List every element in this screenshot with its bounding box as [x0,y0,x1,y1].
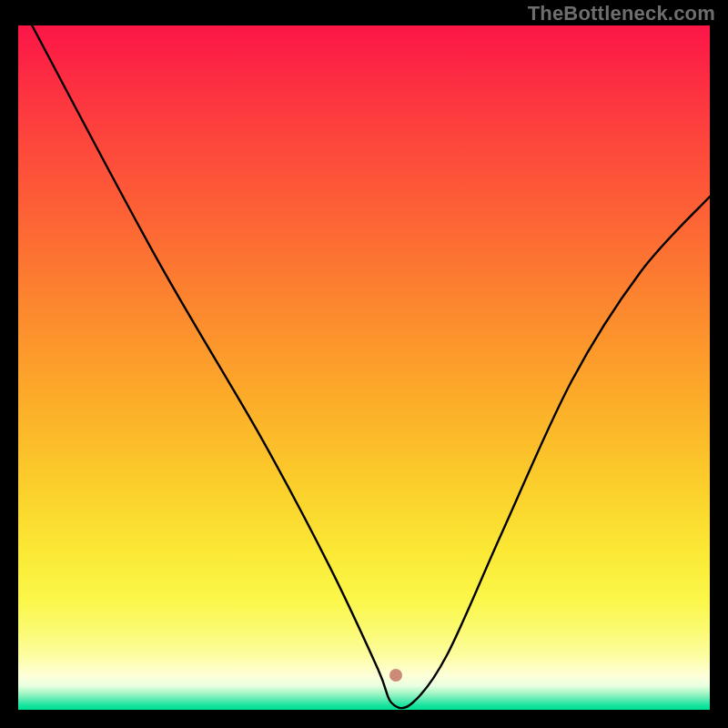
bottleneck-curve [32,25,710,708]
curve-svg [18,25,710,710]
plot-area [18,25,710,710]
min-marker [389,669,402,682]
chart-frame: TheBottleneck.com [0,0,728,728]
watermark: TheBottleneck.com [528,2,715,25]
